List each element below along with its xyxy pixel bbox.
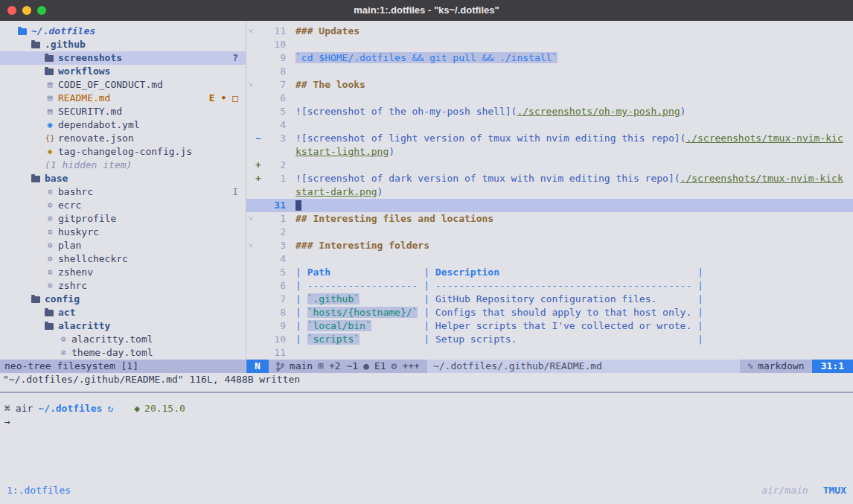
fold-marker-icon[interactable]: ˅ <box>246 25 255 38</box>
editor-line[interactable]: 5| Path | Description | <box>246 266 853 279</box>
editor-line[interactable]: 5![screenshot of the oh-my-posh shell](.… <box>246 105 853 118</box>
fold-marker-icon <box>246 51 255 65</box>
nodejs-icon: ◆ <box>134 402 140 415</box>
editor-line[interactable]: 9`cd $HOME/.dotfiles && git pull && ./in… <box>246 51 853 65</box>
tree-item-screenshots[interactable]: screenshots? <box>0 51 246 65</box>
config-gear-icon: ⚙ <box>45 252 55 266</box>
line-content: `cd $HOME/.dotfiles && git pull && ./ins… <box>291 51 853 65</box>
editor-line[interactable]: 8| `hosts/{hostname}/` | Configs that sh… <box>246 306 853 319</box>
line-number: 9 <box>263 51 291 65</box>
editor-line[interactable]: 6 <box>246 92 853 105</box>
git-sign <box>255 333 263 346</box>
tree-item-bashrc[interactable]: ⚙bashrcI <box>0 185 246 199</box>
editor-line[interactable]: 8 <box>246 65 853 78</box>
editor-line[interactable]: +1![screenshot of dark version of tmux w… <box>246 172 853 185</box>
git-sign <box>255 293 263 306</box>
git-sign <box>255 266 263 279</box>
tree-item-act[interactable]: act <box>0 306 246 319</box>
text-segment: | <box>418 307 435 318</box>
minimize-button[interactable] <box>22 6 31 15</box>
editor-line[interactable]: +2 <box>246 159 853 172</box>
editor-line[interactable]: 10| `scripts` | Setup scripts. | <box>246 333 853 346</box>
text-segment: | <box>691 307 703 318</box>
tree-item-alacritty-toml[interactable]: ⚙alacritty.toml <box>0 333 246 346</box>
line-content: | `hosts/{hostname}/` | Configs that sho… <box>291 306 853 319</box>
editor-line[interactable]: 7| `.github` | GitHub Repository configu… <box>246 293 853 306</box>
tree-item-plan[interactable]: ⚙plan <box>0 239 246 252</box>
diagnostics-icon: ● <box>363 360 369 373</box>
editor-line[interactable]: ~3![screenshot of light version of tmux … <box>246 132 853 145</box>
tree-item-label: tag-changelog-config.js <box>58 145 192 159</box>
statusline-filepath: ~/.dotfiles/.github/README.md <box>427 360 740 373</box>
tree-item-readme-md[interactable]: ▤README.mdE • □ <box>0 92 246 105</box>
tree-item-workflows[interactable]: workflows <box>0 65 246 78</box>
line-number: 5 <box>263 105 291 118</box>
line-content: | `.github` | GitHub Repository configur… <box>291 293 853 306</box>
tree-item-shellcheckrc[interactable]: ⚙shellcheckrc <box>0 252 246 266</box>
line-number: 7 <box>263 293 291 306</box>
git-branch-name: main <box>290 360 313 373</box>
editor-line[interactable]: 2 <box>246 226 853 239</box>
editor-buffer[interactable]: ˅11### Updates109`cd $HOME/.dotfiles && … <box>246 21 853 360</box>
close-button[interactable] <box>7 6 16 15</box>
editor-line[interactable]: kstart-light.png) <box>246 145 853 159</box>
line-number: 2 <box>263 226 291 239</box>
editor-line[interactable]: 11 <box>246 346 853 360</box>
tree-item-renovate-json[interactable]: {}renovate.json <box>0 132 246 145</box>
tree-item-zshenv[interactable]: ⚙zshenv <box>0 266 246 279</box>
tree-item-dotfiles[interactable]: ~/.dotfiles <box>0 25 246 38</box>
tree-item-security-md[interactable]: ▤SECURITY.md <box>0 105 246 118</box>
editor-line[interactable]: ˅7## The looks <box>246 78 853 92</box>
tmux-window-name[interactable]: 1:.dotfiles <box>7 484 71 497</box>
line-content <box>291 199 853 212</box>
tree-item-base[interactable]: base <box>0 172 246 185</box>
text-segment: | <box>418 293 435 304</box>
git-status-badge: I <box>232 185 246 199</box>
fold-marker-icon <box>246 333 255 346</box>
editor-line[interactable]: 4 <box>246 252 853 266</box>
text-segment: Helper scripts that I've collected or wr… <box>435 320 691 331</box>
text-segment: `cd $HOME/.dotfiles && git pull && ./ins… <box>295 52 558 63</box>
tree-item-dependabot-yml[interactable]: ◉dependabot.yml <box>0 118 246 132</box>
tree-item-ecrc[interactable]: ⚙ecrc <box>0 199 246 212</box>
tree-item-theme-day-toml[interactable]: ⚙theme-day.toml <box>0 346 246 360</box>
tree-item-gitprofile[interactable]: ⚙gitprofile <box>0 212 246 226</box>
prompt-arrow-icon: → <box>4 416 10 427</box>
text-segment: `local/bin` <box>307 320 371 331</box>
line-number: 31 <box>263 199 291 212</box>
line-number: 9 <box>263 319 291 333</box>
editor-line[interactable]: 4 <box>246 118 853 132</box>
tree-item-1-hidden-item[interactable]: (1 hidden item) <box>0 159 246 172</box>
text-segment: | <box>295 307 307 318</box>
line-number: 4 <box>263 252 291 266</box>
editor-line[interactable]: ˅1## Interesting files and locations <box>246 212 853 226</box>
tree-item-alacritty[interactable]: alacritty <box>0 319 246 333</box>
editor-line[interactable]: ˅11### Updates <box>246 25 853 38</box>
tree-item-config[interactable]: config <box>0 293 246 306</box>
fullscreen-button[interactable] <box>37 6 46 15</box>
git-status-badge: ? <box>232 51 246 65</box>
diagnostics-count: E1 <box>374 360 386 373</box>
text-segment: Path <box>307 267 330 278</box>
editor-line[interactable]: start-dark.png) <box>246 185 853 199</box>
text-segment: `.github` <box>307 293 360 304</box>
editor-panel: ˅11### Updates109`cd $HOME/.dotfiles && … <box>246 21 853 373</box>
fold-marker-icon[interactable]: ˅ <box>246 212 255 226</box>
tree-item-github[interactable]: .github <box>0 38 246 51</box>
tree-item-tag-changelog-config-js[interactable]: ◆tag-changelog-config.js <box>0 145 246 159</box>
prompt-host: air <box>16 402 33 415</box>
tree-item-huskyrc[interactable]: ⚙huskyrc <box>0 226 246 239</box>
editor-line[interactable]: 9| `local/bin` | Helper scripts that I'v… <box>246 319 853 333</box>
shell-pane[interactable]: ⌘ air ~/.dotfiles ↻ ◆ 20.15.0 → <box>0 393 853 477</box>
fold-marker-icon[interactable]: ˅ <box>246 78 255 92</box>
fold-marker-icon <box>246 306 255 319</box>
tree-item-zshrc[interactable]: ⚙zshrc <box>0 279 246 293</box>
editor-line[interactable]: 10 <box>246 38 853 51</box>
file-tree: ~/.dotfiles.githubscreenshots?workflows▤… <box>0 21 246 360</box>
editor-line[interactable]: 31 <box>246 199 853 212</box>
tree-item-code-of-conduct-md[interactable]: ▤CODE_OF_CONDUCT.md <box>0 78 246 92</box>
editor-line[interactable]: ˅3### Interesting folders <box>246 239 853 252</box>
fold-marker-icon[interactable]: ˅ <box>246 239 255 252</box>
editor-line[interactable]: 6| ------------------- | ---------------… <box>246 279 853 293</box>
tree-item-label: ~/.dotfiles <box>31 25 95 38</box>
